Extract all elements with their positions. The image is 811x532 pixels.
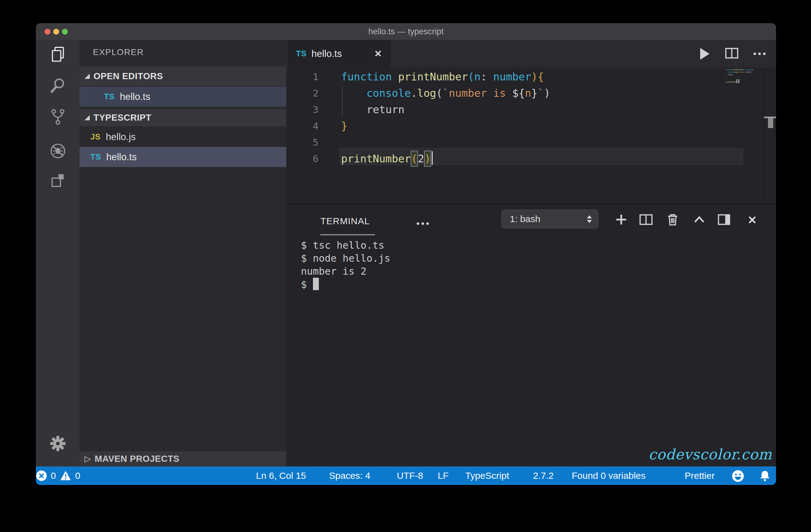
extensions-icon xyxy=(49,172,66,190)
code-line[interactable]: console.log(`number is ${n}`) xyxy=(341,85,550,101)
code-token: console xyxy=(367,87,411,99)
code-token: ( xyxy=(411,151,417,167)
line-number: 5 xyxy=(299,134,319,151)
line-number: 1 xyxy=(299,69,319,85)
code-token xyxy=(726,74,728,76)
activity-settings[interactable] xyxy=(36,433,79,455)
code-line[interactable]: return xyxy=(726,73,762,76)
debug-disabled-icon xyxy=(49,142,66,161)
code-line[interactable]: console.log(`number is ${n}`) xyxy=(726,71,762,73)
code-token: function xyxy=(341,71,398,83)
editor-more-actions-button[interactable]: ••• xyxy=(753,40,768,67)
traffic-lights xyxy=(45,29,68,35)
new-terminal-button[interactable] xyxy=(613,213,629,228)
minimap[interactable]: function printNumber(n: number){ console… xyxy=(726,68,762,83)
section-typescript[interactable]: TYPESCRIPT xyxy=(79,109,286,126)
code-token: number is xyxy=(449,87,512,99)
vscode-window: hello.ts — typescript xyxy=(36,23,776,485)
open-editor-hello-ts[interactable]: TS hello.ts xyxy=(79,87,286,107)
code-token: printNumber xyxy=(398,71,468,83)
maximize-panel-button[interactable] xyxy=(691,213,707,228)
code-line[interactable]: printNumber(2) xyxy=(726,81,762,83)
toggle-panel-button[interactable] xyxy=(716,213,732,228)
section-label: MAVEN PROJECTS xyxy=(95,454,180,464)
minimap-divider xyxy=(764,67,765,204)
code-editor[interactable]: 123456 function printNumber(n: number){ … xyxy=(286,67,776,204)
select-arrows-icon xyxy=(587,213,592,225)
code-token xyxy=(341,87,367,99)
split-editor-button[interactable] xyxy=(725,40,739,67)
activity-source-control[interactable] xyxy=(36,107,79,128)
activity-extensions[interactable] xyxy=(36,170,79,192)
code-token: return xyxy=(728,74,733,76)
git-branch-icon xyxy=(49,108,66,127)
close-panel-button[interactable]: ✕ xyxy=(745,213,760,228)
split-terminal-icon xyxy=(639,213,653,228)
code-line[interactable]: } xyxy=(341,118,550,134)
section-maven-projects[interactable]: ▷ MAVEN PROJECTS xyxy=(79,451,286,466)
activity-search[interactable] xyxy=(36,76,79,97)
terminal-output[interactable]: $ tsc hello.ts$ node hello.jsnumber is 2… xyxy=(301,239,390,291)
scrollbar-thumb[interactable] xyxy=(768,118,773,128)
encoding-status[interactable]: UTF-8 xyxy=(397,466,423,485)
panel-more-actions-button[interactable]: ••• xyxy=(416,218,431,229)
close-tab-icon[interactable]: ✕ xyxy=(374,48,382,59)
terminal-tab-underline xyxy=(320,234,375,235)
ts-version-status[interactable]: 2.7.2 xyxy=(533,466,554,485)
code-token: ` xyxy=(443,87,449,99)
code-token: ) xyxy=(544,87,550,99)
bell-icon xyxy=(759,470,771,485)
code-line[interactable] xyxy=(726,78,762,81)
terminal-line: $ node hello.js xyxy=(301,252,390,265)
feedback-button[interactable] xyxy=(732,470,744,485)
code-line[interactable]: function printNumber(n: number){ xyxy=(726,68,762,71)
activity-explorer[interactable] xyxy=(36,44,79,66)
eol-status[interactable]: LF xyxy=(438,466,448,485)
section-label: OPEN EDITORS xyxy=(93,71,163,81)
variables-status[interactable]: Found 0 variables xyxy=(572,466,645,485)
chevron-expanded-icon xyxy=(85,115,90,120)
code-token xyxy=(726,71,728,73)
error-icon xyxy=(36,470,47,481)
line-number: 4 xyxy=(299,118,319,134)
tab-terminal[interactable]: TERMINAL xyxy=(320,216,370,226)
activity-debug[interactable] xyxy=(36,141,79,162)
formatter-status[interactable]: Prettier xyxy=(685,466,715,485)
ts-file-icon: TS xyxy=(296,49,306,59)
warning-count: 0 xyxy=(75,470,80,481)
code-token: ){ xyxy=(752,69,753,71)
indentation-status[interactable]: Spaces: 4 xyxy=(329,466,370,485)
split-terminal-button[interactable] xyxy=(638,213,654,228)
terminal-select[interactable]: 1: bash xyxy=(502,210,598,228)
file-hello-ts[interactable]: TS hello.ts xyxy=(79,147,286,167)
code-content: function printNumber(n: number){ console… xyxy=(341,69,550,167)
kill-terminal-button[interactable] xyxy=(665,213,680,228)
line-number: 6 xyxy=(299,151,319,167)
code-token: ` xyxy=(538,87,544,99)
activity-bar xyxy=(36,40,79,466)
zoom-window-button[interactable] xyxy=(62,29,68,35)
chevron-expanded-icon xyxy=(85,74,90,79)
new-terminal-icon xyxy=(614,213,628,228)
code-token: function xyxy=(726,69,733,71)
tab-hello-ts[interactable]: TS hello.ts ✕ xyxy=(288,40,391,67)
file-hello-js[interactable]: JS hello.js xyxy=(79,127,286,146)
code-token: 2 xyxy=(418,153,424,165)
cursor-position-status[interactable]: Ln 6, Col 15 xyxy=(256,466,306,485)
chevron-up-icon xyxy=(692,213,706,228)
minimize-window-button[interactable] xyxy=(53,29,59,35)
code-line[interactable] xyxy=(341,134,550,151)
code-token: n xyxy=(525,87,531,99)
code-line[interactable]: } xyxy=(726,76,762,78)
notifications-button[interactable] xyxy=(759,470,771,485)
code-line[interactable]: function printNumber(n: number){ xyxy=(341,69,550,85)
section-open-editors[interactable]: OPEN EDITORS xyxy=(79,66,286,86)
run-icon xyxy=(700,48,709,60)
run-button[interactable] xyxy=(700,40,709,67)
gear-icon xyxy=(49,435,67,454)
language-status[interactable]: TypeScript xyxy=(465,466,509,485)
close-window-button[interactable] xyxy=(45,29,50,35)
titlebar: hello.ts — typescript xyxy=(36,23,776,40)
code-line[interactable]: printNumber(2) xyxy=(341,151,550,167)
code-line[interactable]: return xyxy=(341,101,550,118)
